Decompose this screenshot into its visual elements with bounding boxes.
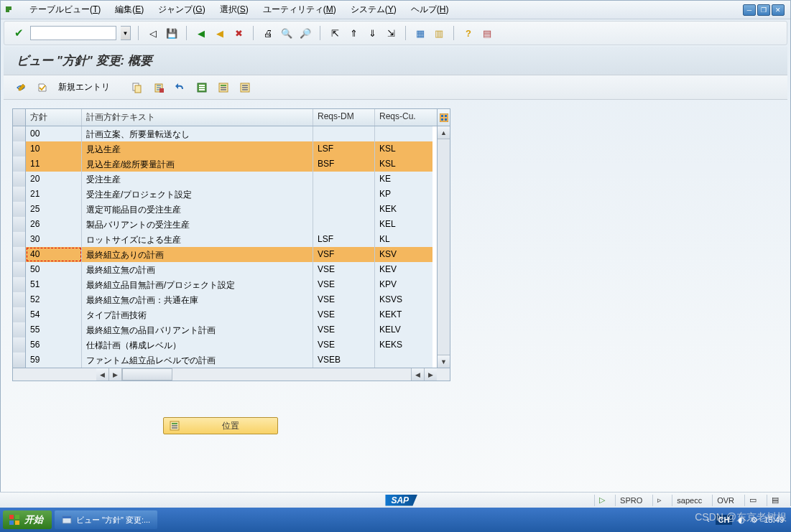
cell-text[interactable]: 計画立案、所要量転送なし	[82, 126, 313, 141]
row-selector[interactable]	[13, 292, 26, 307]
cell-text[interactable]: 最終組立品目無計画/プロジェクト設定	[82, 277, 313, 292]
row-selector[interactable]	[13, 141, 26, 157]
status-session-icon[interactable]: ▭	[744, 495, 761, 506]
menu-item-s[interactable]: 選択(S)	[213, 1, 256, 18]
create-session-icon[interactable]: ▦	[413, 26, 427, 40]
cell-policy[interactable]: 30	[26, 232, 82, 247]
cell-reqs-cu[interactable]: KP	[375, 187, 432, 202]
cell-reqs-dm[interactable]: VSE	[313, 262, 375, 277]
menu-item-h[interactable]: ヘルプ(H)	[404, 1, 456, 18]
table-row[interactable]: 54タイプ計画技術VSEKEKT	[13, 307, 437, 322]
table-row[interactable]: 52最終組立無の計画：共通在庫VSEKSVS	[13, 292, 437, 307]
scroll-right-button-2[interactable]: ▶	[424, 368, 437, 381]
window-close-button[interactable]: ✕	[772, 4, 785, 16]
tray-chevron-icon[interactable]: ‹	[707, 515, 710, 524]
cell-reqs-dm[interactable]: LSF	[313, 141, 375, 157]
cell-reqs-cu[interactable]: KEK	[375, 202, 432, 217]
menu-item-m[interactable]: ユーティリティ(M)	[256, 1, 343, 18]
cell-reqs-cu[interactable]: KEV	[375, 262, 432, 277]
row-selector[interactable]	[13, 187, 26, 202]
cell-reqs-cu[interactable]	[375, 353, 432, 368]
column-header-reqs-cu[interactable]: Reqs-Cu.	[375, 109, 432, 126]
status-layout-icon[interactable]: ▤	[767, 495, 783, 506]
cell-reqs-cu[interactable]: KE	[375, 172, 432, 187]
table-row[interactable]: 50最終組立無の計画VSEKEV	[13, 262, 437, 277]
find-next-icon[interactable]: 🔎	[298, 26, 313, 40]
new-entries-button[interactable]: 新規エントリ	[55, 80, 113, 95]
tray-icon-2[interactable]: ⚙	[751, 515, 758, 525]
back-green-icon[interactable]: ◀	[194, 26, 208, 40]
cell-reqs-dm[interactable]	[313, 172, 375, 187]
print-icon[interactable]: 🖨	[261, 26, 275, 40]
cell-policy[interactable]: 50	[26, 262, 82, 277]
scroll-track[interactable]	[438, 139, 450, 355]
cell-reqs-dm[interactable]	[313, 217, 375, 232]
cell-reqs-cu[interactable]: KSL	[375, 157, 432, 172]
cell-text[interactable]: タイプ計画技術	[82, 307, 313, 322]
layout-icon[interactable]: ▤	[480, 26, 494, 40]
tray-icon-1[interactable]: ◐	[738, 515, 745, 525]
table-row[interactable]: 56仕様計画（構成レベル）VSEKEKS	[13, 337, 437, 353]
cell-reqs-cu[interactable]: KSL	[375, 141, 432, 157]
cell-policy[interactable]: 56	[26, 337, 82, 353]
cell-reqs-dm[interactable]: LSF	[313, 232, 375, 247]
table-config-icon[interactable]	[438, 109, 450, 126]
save-icon[interactable]: 💾	[165, 26, 179, 40]
system-tray[interactable]: ‹ CH ◐ ⚙ 15:49	[707, 515, 788, 525]
menu-item-g[interactable]: ジャンプ(G)	[151, 1, 212, 18]
cell-policy[interactable]: 51	[26, 277, 82, 292]
cell-reqs-dm[interactable]: VSE	[313, 322, 375, 337]
horizontal-scrollbar[interactable]: ◀ ▶ ◀ ▶	[12, 368, 450, 381]
table-row[interactable]: 10見込生産LSFKSL	[13, 141, 437, 157]
table-row[interactable]: 40最終組立ありの計画VSFKSV	[13, 247, 437, 262]
cell-text[interactable]: ロットサイズによる生産	[82, 232, 313, 247]
enter-icon[interactable]: ✔	[11, 26, 26, 40]
window-minimize-button[interactable]: ─	[743, 4, 756, 16]
row-selector[interactable]	[13, 353, 26, 368]
cell-policy[interactable]: 59	[26, 353, 82, 368]
start-button[interactable]: 开始	[3, 510, 52, 529]
table-row[interactable]: 25選定可能品目の受注生産KEK	[13, 202, 437, 217]
table-row[interactable]: 21受注生産/プロジェクト設定KP	[13, 187, 437, 202]
row-selector[interactable]	[13, 247, 26, 262]
last-page-icon[interactable]: ⇲	[384, 26, 398, 40]
row-selector[interactable]	[13, 157, 26, 172]
cell-text[interactable]: 見込生産	[82, 141, 313, 157]
vertical-scrollbar[interactable]: ▲ ▼	[437, 109, 450, 368]
cell-reqs-cu[interactable]: KSVS	[375, 292, 432, 307]
row-selector[interactable]	[13, 322, 26, 337]
table-row[interactable]: 59ファントム組立品レベルでの計画VSEB	[13, 353, 437, 368]
cell-reqs-cu[interactable]: KELV	[375, 322, 432, 337]
scroll-left-button-2[interactable]: ▶	[109, 368, 122, 381]
deselect-all-icon[interactable]	[236, 80, 254, 95]
table-row[interactable]: 20受注生産KE	[13, 172, 437, 187]
cell-reqs-dm[interactable]: VSE	[313, 337, 375, 353]
cell-policy[interactable]: 11	[26, 157, 82, 172]
scroll-up-button[interactable]: ▲	[438, 126, 450, 139]
cell-text[interactable]: 最終組立無の品目バリアント計画	[82, 322, 313, 337]
cell-reqs-cu[interactable]: KSV	[375, 247, 432, 262]
cell-reqs-cu[interactable]	[375, 126, 432, 141]
cell-reqs-cu[interactable]: KEKT	[375, 307, 432, 322]
cell-policy[interactable]: 00	[26, 126, 82, 141]
cell-text[interactable]: 受注生産	[82, 172, 313, 187]
column-header-policy[interactable]: 方針	[26, 109, 82, 126]
scroll-down-button[interactable]: ▼	[438, 355, 450, 368]
cell-policy[interactable]: 40	[26, 247, 82, 262]
cell-policy[interactable]: 54	[26, 307, 82, 322]
check-icon[interactable]	[34, 80, 51, 95]
cell-reqs-dm[interactable]	[313, 187, 375, 202]
table-row[interactable]: 30ロットサイズによる生産LSFKL	[13, 232, 437, 247]
cell-text[interactable]: 受注生産/プロジェクト設定	[82, 187, 313, 202]
command-dropdown[interactable]: ▼	[121, 26, 131, 40]
help-icon[interactable]: ?	[461, 26, 476, 40]
cell-policy[interactable]: 55	[26, 322, 82, 337]
row-selector[interactable]	[13, 202, 26, 217]
table-row[interactable]: 55最終組立無の品目バリアント計画VSEKELV	[13, 322, 437, 337]
cell-policy[interactable]: 21	[26, 187, 82, 202]
cell-text[interactable]: 最終組立無の計画	[82, 262, 313, 277]
status-nav2-icon[interactable]: ▹	[652, 495, 666, 506]
copy-icon[interactable]	[129, 80, 146, 95]
cell-reqs-dm[interactable]: VSE	[313, 277, 375, 292]
cell-reqs-dm[interactable]	[313, 202, 375, 217]
